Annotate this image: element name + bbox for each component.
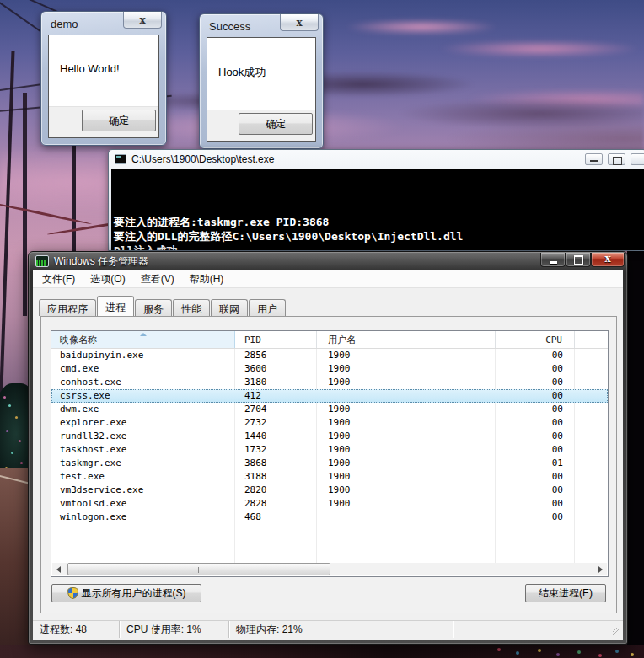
dialog-success: Success x Hook成功 确定 [199,13,324,149]
tab-networking[interactable]: 联网 [211,299,248,316]
close-button[interactable]: x [123,12,162,29]
cell-cpu: 00 [496,470,575,484]
dialog-footer: 确定 [207,110,315,141]
cell-image-name: winlogon.exe [51,511,235,524]
table-row[interactable]: taskmgr.exe 3868 1900 01 [51,457,608,470]
table-row[interactable]: baidupinyin.exe 2856 1900 00 [51,349,608,362]
console-line: Dll注入成功 [114,243,641,250]
cell-image-name: cmd.exe [51,362,235,376]
tab-processes[interactable]: 进程 [97,296,134,316]
table-row[interactable]: vm3dservice.exe 2820 1900 00 [51,484,608,497]
close-button[interactable]: x [280,14,319,31]
cell-image-name: test.exe [51,470,235,484]
dialog-body: Hello World! 确定 [48,35,159,138]
ok-button[interactable]: 确定 [82,110,156,131]
menu-options[interactable]: 选项(O) [83,270,132,288]
minimize-button[interactable] [540,253,566,267]
cell-cpu: 00 [496,511,575,524]
tab-applications[interactable]: 应用程序 [39,299,96,316]
console-icon [115,154,126,164]
cell-username: 1900 [317,376,496,389]
cell-pid: 3188 [235,470,317,484]
column-header-username[interactable]: 用户名 [317,331,496,348]
minimize-button[interactable] [585,153,603,165]
cell-pid: 412 [235,389,317,403]
wallpaper-dark-edge [627,248,644,649]
cell-username [317,389,496,403]
cell-image-name: explorer.exe [51,416,235,430]
table-row[interactable]: cmd.exe 3600 1900 00 [51,362,608,376]
maximize-button[interactable] [608,153,625,165]
cell-cpu: 00 [496,416,575,430]
cell-cpu: 01 [496,457,575,470]
cell-username: 1900 [317,497,496,511]
cell-username: 1900 [317,430,496,443]
console-title: C:\Users\1900\Desktop\test.exe [131,153,274,165]
scrollbar-thumb[interactable] [67,563,330,575]
cell-username: 1900 [317,416,496,430]
wallpaper-bottom [0,645,644,658]
ok-button[interactable]: 确定 [239,113,313,135]
column-header-pid[interactable]: PID [235,331,317,348]
menu-view[interactable]: 查看(V) [133,270,182,288]
table-row[interactable]: rundll32.exe 1440 1900 00 [51,430,608,443]
cell-cpu: 00 [496,484,575,497]
maximize-button[interactable] [566,253,591,267]
process-rows: baidupinyin.exe 2856 1900 00 cmd.exe 360… [51,349,608,524]
cell-cpu: 00 [496,497,575,511]
utility-pole [23,93,27,316]
desktop: demo x Hello World! 确定 Success x Hook成功 … [0,0,644,658]
status-bar: 进程数: 48 CPU 使用率: 1% 物理内存: 21% [33,620,623,638]
cell-image-name: taskmgr.exe [51,457,235,470]
table-row[interactable]: csrss.exe 412 00 [51,389,608,403]
cell-image-name: vmtoolsd.exe [51,497,235,511]
cell-username: 1900 [317,349,496,362]
scroll-left-arrow[interactable] [52,563,65,575]
scroll-right-arrow[interactable] [594,563,607,575]
table-row[interactable]: explorer.exe 2732 1900 00 [51,416,608,430]
tab-services[interactable]: 服务 [135,299,172,316]
cell-cpu: 00 [496,403,575,416]
list-header: 映像名称 PID 用户名 CPU [51,331,608,349]
menu-help[interactable]: 帮助(H) [182,270,232,288]
horizontal-scrollbar[interactable] [52,563,607,575]
menu-bar: 文件(F) 选项(O) 查看(V) 帮助(H) [33,270,623,288]
cell-username [317,511,496,524]
cell-username: 1900 [317,362,496,376]
cell-cpu: 00 [496,362,575,376]
close-button[interactable] [591,253,625,267]
button-label: 显示所有用户的进程(S) [82,586,186,601]
button-label: 结束进程(E) [539,586,593,601]
dialog-body: Hook成功 确定 [207,37,316,142]
dialog-title: Success [209,20,250,33]
dialog-message: Hook成功 [218,65,266,80]
table-row[interactable]: winlogon.exe 468 00 [51,511,608,524]
menu-file[interactable]: 文件(F) [35,270,83,288]
end-process-button[interactable]: 结束进程(E) [525,584,606,602]
status-empty-segment [453,621,623,638]
table-row[interactable]: dwm.exe 2704 1900 00 [51,403,608,416]
close-button[interactable] [631,153,644,165]
resize-grip[interactable] [613,628,621,636]
taskmgr-client-area: 文件(F) 选项(O) 查看(V) 帮助(H) 应用程序 进程 服务 性能 联网… [33,270,623,640]
tab-performance[interactable]: 性能 [173,299,210,316]
cell-username: 1900 [317,443,496,457]
cell-image-name: conhost.exe [51,376,235,389]
table-row[interactable]: conhost.exe 3180 1900 00 [51,376,608,389]
cell-pid: 2820 [235,484,317,497]
taskmgr-titlebar[interactable]: Windows 任务管理器 [29,252,627,270]
table-row[interactable]: test.exe 3188 1900 00 [51,470,608,484]
column-header-image-name[interactable]: 映像名称 [51,331,235,348]
column-header-cpu[interactable]: CPU [496,331,575,348]
table-row[interactable]: vmtoolsd.exe 2828 1900 00 [51,497,608,511]
cell-cpu: 00 [496,389,575,403]
tab-users[interactable]: 用户 [249,299,286,316]
status-physical-memory: 物理内存: 21% [229,621,453,638]
cell-pid: 3868 [235,457,317,470]
table-row[interactable]: taskhost.exe 1732 1900 00 [51,443,608,457]
console-titlebar[interactable]: C:\Users\1900\Desktop\test.exe [109,150,644,169]
show-all-processes-button[interactable]: 显示所有用户的进程(S) [51,584,201,602]
cell-pid: 2704 [235,403,317,416]
cell-pid: 2828 [235,497,317,511]
cell-pid: 3180 [235,376,317,389]
